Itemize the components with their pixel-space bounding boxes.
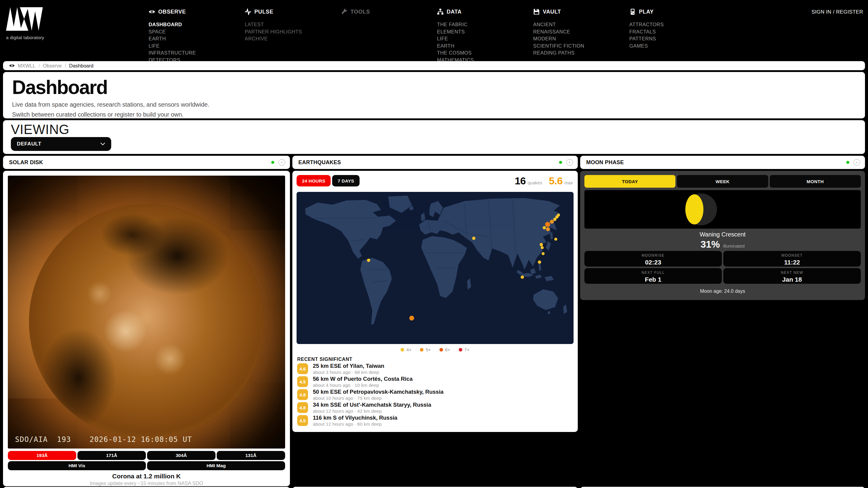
- earthquake-dot[interactable]: [542, 226, 546, 230]
- earthquake-dot[interactable]: [546, 227, 550, 231]
- magnitude-badge: 4.8: [297, 389, 308, 400]
- nav-item-dashboard[interactable]: DASHBOARD: [149, 21, 239, 28]
- earthquake-meta: about 3 hours ago · 68 km deep: [313, 369, 379, 375]
- wavelength-button-304a[interactable]: 304Å: [147, 451, 216, 460]
- nav-section-vault[interactable]: VAULT: [533, 8, 624, 15]
- collection-select[interactable]: DEFAULT: [11, 137, 111, 151]
- nav-item-space[interactable]: SPACE: [149, 28, 239, 36]
- moon-stat-moonset: MOONSET11:22: [723, 251, 861, 267]
- nav-item-archive[interactable]: ARCHIVE: [245, 35, 335, 42]
- range-button-7-days[interactable]: 7 DAYS: [332, 175, 360, 187]
- earthquake-list-item[interactable]: 4.556 km W of Puerto Cortés, Costa Ricaa…: [297, 376, 568, 389]
- sun-disk: [29, 204, 264, 439]
- next-card-sliver-middle: [292, 487, 578, 488]
- mode-button-hmi-mag[interactable]: HMI Mag: [147, 461, 285, 470]
- hmi-mode-buttons: HMI VisHMI Mag: [8, 461, 285, 470]
- logo[interactable]: a digital laboratory: [6, 7, 44, 40]
- breadcrumb-mxwll[interactable]: MXWLL: [18, 63, 36, 69]
- nav-item-partner-highlights[interactable]: PARTNER HIGHLIGHTS: [245, 28, 335, 36]
- earthquake-list-item[interactable]: 4.850 km ESE of Petropavlovsk-Kamchatsky…: [297, 389, 568, 401]
- nav-item-earth[interactable]: EARTH: [149, 35, 239, 42]
- moon-info-icon[interactable]: i: [854, 159, 860, 166]
- nav-item-fractals[interactable]: FRACTALS: [629, 28, 720, 36]
- earthquake-dot[interactable]: [541, 252, 545, 255]
- nav-item-earth[interactable]: EARTH: [437, 42, 527, 50]
- nav-item-latest[interactable]: LATEST: [245, 21, 335, 28]
- moon-age: Moon age: 24.0 days: [580, 289, 865, 294]
- legend-dot-icon: [420, 348, 424, 352]
- breadcrumb-observe[interactable]: Observe: [43, 63, 61, 69]
- legend-label: 5+: [426, 347, 431, 352]
- nav-item-ancient[interactable]: ANCIENT: [533, 21, 624, 28]
- breadcrumb-dashboard: Dashboard: [69, 63, 93, 69]
- nav-item-life[interactable]: LIFE: [437, 35, 527, 42]
- earthquake-dot[interactable]: [541, 246, 544, 249]
- earthquake-dot[interactable]: [521, 275, 524, 279]
- moon-tab-month[interactable]: MONTH: [770, 175, 861, 188]
- earthquake-title: 34 km SSE of Ust'-Kamchatsk Staryy, Russ…: [313, 401, 431, 408]
- wavelength-button-171a[interactable]: 171Å: [78, 451, 146, 460]
- earthquake-list-item[interactable]: 4.625 km ESE of Yilan, Taiwanabout 3 hou…: [297, 363, 568, 376]
- moon-tab-today[interactable]: TODAY: [584, 175, 675, 188]
- nav-item-renaissance[interactable]: RENAISSANCE: [533, 28, 624, 36]
- earthquake-dot[interactable]: [540, 243, 543, 246]
- earthquakes-info-icon[interactable]: i: [566, 159, 573, 166]
- moon-stat-value: Jan 18: [723, 276, 861, 283]
- earthquake-list-item[interactable]: 4.834 km SSE of Ust'-Kamchatsk Staryy, R…: [297, 401, 568, 415]
- earthquake-list-item[interactable]: 4.5116 km S of Vilyuchinsk, Russiaabout …: [297, 415, 568, 427]
- earthquake-title: 25 km ESE of Yilan, Taiwan: [313, 363, 384, 369]
- page-description-line1: Live data from space agencies, research …: [12, 101, 856, 108]
- magnitude-legend: 4+5+6+7+: [292, 347, 578, 352]
- earthquakes-panel-header: EARTHQUAKES i: [292, 156, 578, 169]
- legend-label: 6+: [445, 347, 450, 352]
- earthquake-title: 116 km S of Vilyuchinsk, Russia: [313, 415, 397, 421]
- magnitude-badge: 4.5: [297, 376, 308, 387]
- wavelength-button-131a[interactable]: 131Å: [217, 451, 285, 460]
- nav-section-pulse[interactable]: PULSE: [245, 8, 335, 15]
- legend-item-6plus: 6+: [439, 347, 450, 352]
- moon-stat-next-full: NEXT FULLFeb 1: [584, 268, 722, 284]
- nav-item-reading-paths[interactable]: READING PATHS: [533, 50, 624, 57]
- nav-item-patterns[interactable]: PATTERNS: [629, 35, 720, 42]
- earthquake-dot[interactable]: [409, 316, 414, 321]
- earthquake-dot[interactable]: [554, 238, 557, 241]
- floppy-icon: [533, 8, 540, 15]
- nav-section-data[interactable]: DATA: [437, 8, 527, 15]
- earthquake-dot[interactable]: [545, 222, 550, 227]
- wavelength-buttons: 193Å171Å304Å131Å: [8, 451, 285, 460]
- sign-in-link[interactable]: SIGN IN / REGISTER: [811, 9, 863, 15]
- viewing-card: VIEWING DEFAULT: [3, 120, 865, 154]
- legend-dot-icon: [439, 348, 443, 352]
- moon-range-tabs: TODAYWEEKMONTH: [584, 175, 861, 188]
- nav-section-observe[interactable]: OBSERVE: [149, 8, 239, 15]
- nav-item-scientific-fiction[interactable]: SCIENTIFIC FICTION: [533, 42, 624, 50]
- nav-items-vault: ANCIENTRENAISSANCEMODERNSCIENTIFIC FICTI…: [533, 21, 624, 57]
- moon-stats-grid: MOONRISE02:23MOONSET11:22NEXT FULLFeb 1N…: [584, 251, 861, 284]
- nav-item-modern[interactable]: MODERN: [533, 35, 624, 42]
- solar-info-icon[interactable]: i: [278, 159, 285, 166]
- nav-item-the-fabric[interactable]: THE FABRIC: [437, 21, 527, 28]
- earthquake-dot[interactable]: [550, 220, 554, 224]
- mode-button-hmi-vis[interactable]: HMI Vis: [8, 461, 146, 470]
- earthquake-dot[interactable]: [538, 261, 541, 264]
- wavelength-button-193a[interactable]: 193Å: [8, 451, 76, 460]
- nav-item-games[interactable]: GAMES: [629, 42, 720, 50]
- nav-item-the-cosmos[interactable]: THE COSMOS: [437, 50, 527, 57]
- nav-item-elements[interactable]: ELEMENTS: [437, 28, 527, 36]
- range-button-24-hours[interactable]: 24 HOURS: [297, 175, 331, 187]
- nav-column-pulse: PULSELATESTPARTNER HIGHLIGHTSARCHIVE: [245, 8, 335, 42]
- nav-section-play[interactable]: PLAY: [629, 8, 720, 15]
- nav-item-attractors[interactable]: ATTRACTORS: [629, 21, 720, 28]
- solar-caption-note: Images update every ~15 minutes from NAS…: [3, 481, 290, 486]
- solar-panel-header: SOLAR DISK i: [3, 156, 290, 169]
- nav-item-life[interactable]: LIFE: [149, 42, 239, 50]
- earthquake-meta: about 10 hours ago · 75 km deep: [313, 395, 381, 401]
- moon-stat-label: MOONRISE: [584, 253, 722, 258]
- moon-tab-week[interactable]: WEEK: [677, 175, 768, 188]
- moon-panel-title: MOON PHASE: [586, 159, 846, 166]
- sdo-image-caption: SDO/AIA 193 2026-01-12 16:08:05 UT: [15, 435, 192, 444]
- earthquake-dot[interactable]: [367, 259, 370, 262]
- nav-item-infrastructure[interactable]: INFRASTRUCTURE: [149, 50, 239, 57]
- earthquake-dot[interactable]: [472, 237, 475, 240]
- wrench-icon: [341, 8, 347, 15]
